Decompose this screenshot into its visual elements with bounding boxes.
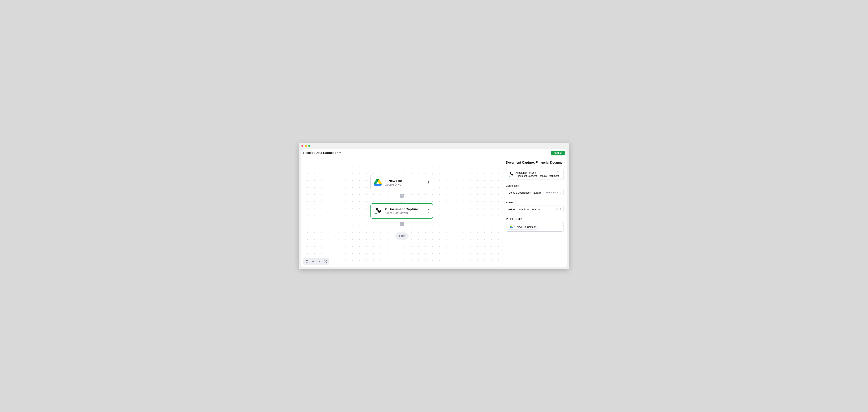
clear-preset-button[interactable]: ✕	[556, 208, 558, 211]
file-input[interactable]: 1. New File Content	[506, 222, 564, 232]
integration-info-card: Klippa DocHorizon Document Capture: Fina…	[506, 169, 564, 180]
file-chip-label: 1. New File Content	[514, 226, 535, 228]
details-header: Document Capture: Financial Document	[506, 161, 564, 165]
zoom-in-button[interactable]: ＋	[310, 259, 316, 264]
integration-action: Document Capture: Financial Document	[516, 174, 561, 177]
integration-info-text: Klippa DocHorizon Document Capture: Fina…	[516, 171, 561, 177]
integration-version: v0.0.2	[557, 171, 561, 173]
google-drive-icon	[373, 178, 382, 187]
select-stepper-icon[interactable]: ▲▼	[559, 208, 561, 211]
klippa-icon	[373, 207, 382, 215]
canvas-controls: ＋ －	[303, 258, 329, 265]
connector-line	[402, 218, 402, 222]
details-title: Document Capture: Financial Document	[506, 161, 565, 165]
zoom-out-button[interactable]: －	[316, 259, 322, 264]
file-reference-chip[interactable]: 1. New File Content	[508, 224, 537, 230]
flow-column: 1. New File Google Drive	[370, 175, 433, 240]
flow-node-document-capture[interactable]: 2. Document Capture Klippa DocHorizon	[370, 203, 433, 218]
preset-value: extract_data_from_receipts	[508, 208, 540, 211]
canvas[interactable]: 1. New File Google Drive	[301, 157, 503, 267]
preset-label: Preset	[506, 201, 564, 204]
node-title: 2. Document Capture	[385, 207, 424, 211]
klippa-icon	[508, 172, 514, 177]
svg-point-10	[509, 176, 510, 177]
file-label-text: File or URL	[510, 217, 523, 220]
google-drive-icon	[510, 225, 513, 229]
window-close-button[interactable]	[301, 145, 304, 147]
refresh-button[interactable]	[304, 259, 310, 264]
caret-down-icon	[339, 152, 341, 153]
flow-title-dropdown[interactable]: Receipt Data Extraction	[303, 151, 341, 155]
add-step-button[interactable]	[400, 222, 404, 226]
node-text: 1. New File Google Drive	[385, 179, 424, 186]
node-menu-button[interactable]	[427, 208, 430, 213]
details-panel: Document Capture: Financial Document	[503, 157, 567, 267]
toolbar: Receipt Data Extraction Publish	[301, 149, 567, 157]
connection-label: Connection	[506, 184, 564, 187]
connector-line	[402, 226, 402, 231]
publish-button[interactable]: Publish	[551, 150, 565, 156]
app-frame: Receipt Data Extraction Publish	[301, 149, 567, 267]
node-subtitle: Klippa DocHorizon	[385, 211, 424, 215]
node-text: 2. Document Capture Klippa DocHorizon	[385, 207, 424, 215]
flow-node-new-file[interactable]: 1. New File Google Drive	[370, 175, 433, 190]
fit-view-button[interactable]	[323, 259, 329, 264]
mac-window: Receipt Data Extraction Publish	[299, 143, 569, 269]
file-label: File or URL	[506, 217, 564, 220]
node-title: 1. New File	[385, 179, 424, 183]
svg-rect-4	[325, 261, 326, 262]
workspace: 1. New File Google Drive	[301, 157, 567, 267]
titlebar	[299, 143, 569, 149]
end-node: End	[395, 233, 408, 240]
connector-line	[402, 190, 402, 194]
node-menu-button[interactable]	[427, 180, 430, 185]
file-icon	[506, 217, 509, 220]
connector-line	[402, 198, 402, 202]
preset-select[interactable]: extract_data_from_receipts ✕ ▲▼	[506, 206, 564, 213]
arrowhead-icon	[401, 202, 403, 203]
window-minimize-button[interactable]	[305, 145, 307, 147]
panel-resize-handle[interactable]	[501, 210, 503, 214]
select-stepper-icon[interactable]: ▲▼	[559, 191, 561, 194]
svg-rect-7	[510, 172, 511, 174]
reconnect-link[interactable]: Reconnect	[546, 191, 558, 194]
svg-rect-0	[376, 207, 378, 210]
window-zoom-button[interactable]	[308, 145, 310, 147]
connection-value: Default DocHorizon Platform	[508, 191, 541, 194]
svg-point-3	[375, 213, 377, 214]
flow-title: Receipt Data Extraction	[303, 151, 338, 155]
add-step-button[interactable]	[400, 194, 404, 198]
node-subtitle: Google Drive	[385, 183, 424, 186]
integration-name: Klippa DocHorizon	[516, 171, 561, 174]
connection-select[interactable]: Default DocHorizon Platform Reconnect ▲▼	[506, 189, 564, 196]
